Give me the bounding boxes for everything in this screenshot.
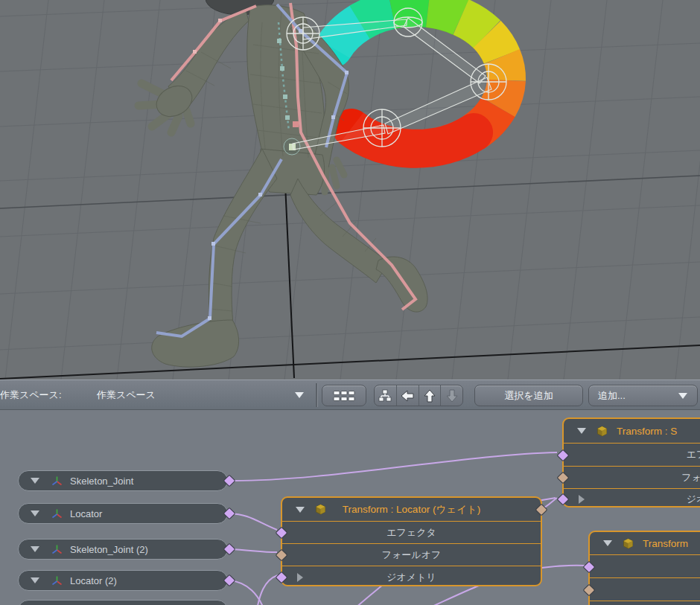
viewport-3d[interactable]	[0, 0, 700, 380]
node-header[interactable]: Transform	[590, 532, 700, 554]
hierarchy-icon	[378, 389, 392, 403]
schematic-view[interactable]: Skeleton_Joint Locator Skeleton_Joint (2…	[0, 410, 700, 605]
node-locator-2[interactable]: Locator (2)	[18, 570, 228, 591]
row-label: フォールオフ	[382, 548, 442, 562]
wire	[229, 513, 277, 530]
node-row-falloff[interactable]: フォールオフ	[564, 466, 700, 488]
nav-up-button[interactable]	[419, 385, 442, 406]
input-port[interactable]	[557, 472, 570, 484]
wire	[229, 549, 277, 552]
item-cube-icon	[623, 538, 634, 549]
row-label: エフェクタ	[687, 448, 700, 461]
node-transform-bottom-right[interactable]: Transform	[588, 531, 700, 605]
row-label: エフェクタ	[386, 526, 436, 540]
toolbar-separator	[316, 383, 317, 407]
layout-grid-icon	[333, 389, 355, 403]
nav-down-button[interactable]	[441, 385, 462, 406]
wire	[229, 452, 557, 481]
node-label: Skeleton_Joint (2)	[70, 544, 148, 555]
node-row-effector[interactable]: エフェクタ	[564, 443, 700, 466]
node-row-effector[interactable]: エフェクタ	[282, 521, 541, 543]
input-port[interactable]	[557, 449, 570, 462]
node-title: Transform : S	[617, 426, 677, 437]
expand-icon[interactable]	[579, 495, 585, 504]
character-right-leg	[290, 179, 389, 283]
collapse-icon[interactable]	[31, 478, 39, 484]
node-title: Transform : Locator (ウェイト)	[282, 503, 541, 516]
input-port[interactable]	[557, 493, 570, 506]
output-port[interactable]	[223, 574, 236, 587]
arrow-up-icon	[422, 388, 437, 403]
node-row-geometry[interactable]: ジオメトリ	[282, 566, 541, 588]
add-menu-label: 追加...	[598, 385, 626, 407]
workspace-label: 作業スペース:	[0, 384, 62, 406]
locator-axis-icon	[51, 575, 63, 586]
wire	[229, 580, 265, 605]
collapse-icon[interactable]	[31, 577, 39, 583]
locator-axis-icon	[51, 508, 63, 519]
locator-axis-icon	[51, 544, 63, 555]
hierarchy-button[interactable]	[375, 385, 397, 406]
node-header[interactable]: Transform : Locator (ウェイト)	[282, 498, 541, 521]
node-row[interactable]	[590, 577, 700, 601]
node-transform-locator-weight[interactable]: Transform : Locator (ウェイト) エフェクタ フォールオフ …	[281, 496, 542, 586]
schematic-toolbar: 作業スペース: 作業スペース	[0, 380, 700, 410]
item-cube-icon	[596, 426, 608, 437]
row-label: ジオメトリ	[687, 493, 700, 506]
collapse-icon[interactable]	[31, 510, 39, 516]
add-selection-button[interactable]: 選択を追加	[474, 385, 583, 406]
workspace-value: 作業スペース	[97, 384, 156, 406]
add-selection-label: 選択を追加	[504, 385, 553, 407]
schematic-nav-group	[374, 385, 463, 406]
dropdown-arrow-icon	[295, 392, 304, 398]
input-port[interactable]	[276, 572, 288, 584]
node-label: Skeleton_Joint	[70, 476, 133, 487]
collapse-icon[interactable]	[603, 540, 612, 546]
node-skeleton-joint-2[interactable]: Skeleton_Joint (2)	[18, 539, 228, 560]
node-label: Locator (2)	[70, 575, 117, 586]
node-row-falloff[interactable]: フォールオフ	[282, 543, 541, 566]
wire	[256, 575, 278, 605]
dropdown-arrow-icon	[678, 393, 687, 399]
expand-icon[interactable]	[297, 573, 303, 582]
output-port[interactable]	[223, 508, 236, 520]
arrow-left-icon	[400, 388, 415, 403]
node-label: Locator	[70, 508, 102, 519]
node-row[interactable]	[590, 601, 700, 605]
input-port[interactable]	[276, 549, 288, 562]
collapse-icon[interactable]	[577, 428, 586, 434]
node-transform-top-right[interactable]: Transform : S エフェクタ フォールオフ ジオメトリ	[562, 417, 700, 508]
workspace-combo[interactable]: 作業スペース: 作業スペース	[0, 384, 311, 406]
collapse-icon[interactable]	[31, 546, 39, 552]
row-label: ジオメトリ	[386, 571, 436, 584]
node-row[interactable]	[590, 554, 700, 577]
character-right-foot	[376, 257, 427, 312]
arrow-down-icon	[445, 388, 459, 403]
node-title: Transform	[643, 538, 688, 549]
node-skeleton-joint[interactable]: Skeleton_Joint	[18, 470, 228, 491]
grid-major-axes	[0, 176, 700, 379]
character-mesh	[139, 0, 427, 367]
add-menu-combo[interactable]: 追加...	[588, 385, 698, 406]
output-port[interactable]	[223, 543, 236, 556]
node-locator[interactable]: Locator	[18, 503, 228, 524]
node-row-geometry[interactable]: ジオメトリ	[564, 488, 700, 509]
input-port[interactable]	[583, 584, 596, 597]
nav-back-button[interactable]	[397, 385, 419, 406]
locator-axis-icon	[51, 476, 63, 487]
viewport-scene	[0, 0, 700, 380]
layout-grid-button[interactable]	[322, 385, 366, 406]
row-label: フォールオフ	[681, 471, 700, 484]
input-port[interactable]	[276, 527, 288, 540]
node-header[interactable]: Transform : S	[564, 419, 700, 443]
input-port[interactable]	[583, 561, 596, 574]
node-partial[interactable]	[18, 600, 228, 605]
output-port[interactable]	[223, 475, 236, 487]
